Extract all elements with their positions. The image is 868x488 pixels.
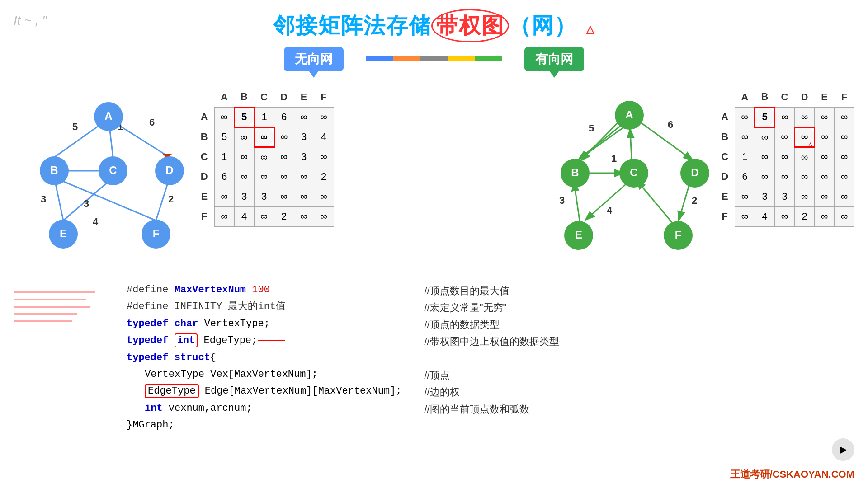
matrix-cell: ∞	[795, 107, 815, 127]
comment-9	[425, 418, 559, 434]
matrix-cell: 1	[214, 147, 234, 167]
svg-text:E: E	[575, 229, 582, 241]
matrix-cell: ∞	[234, 167, 254, 187]
table-row: B 5 ∞ ∞ ∞ 3 4	[194, 127, 334, 147]
undirected-graph-svg: 5 1 6 3 3 2 4 A B C D E F	[14, 83, 190, 272]
matrix-cell: 3	[755, 187, 775, 206]
matrix-cell: ∞	[835, 187, 854, 206]
play-button[interactable]: ▶	[832, 438, 854, 461]
title-highlight: 带权图	[431, 9, 509, 42]
title-suffix: （网）	[509, 14, 577, 38]
matrix-cell: 5	[214, 127, 234, 147]
svg-text:D: D	[165, 164, 173, 176]
matrix-cell: ∞	[274, 187, 294, 206]
matrix-cell: ∞	[294, 107, 314, 127]
matrix-cell: ∞	[815, 107, 835, 127]
svg-text:D: D	[691, 166, 698, 178]
svg-text:2: 2	[692, 195, 697, 206]
matrix-cell: ∞	[835, 107, 854, 127]
matrix-cell-circled: 5	[755, 107, 775, 127]
matrix-cell: ∞	[314, 107, 334, 127]
matrix-cell: ∞	[795, 187, 815, 206]
matrix-cell: 4	[755, 206, 775, 226]
color-bar-green	[475, 56, 502, 61]
comment-2: //宏定义常量"无穷"	[425, 299, 559, 316]
table-row: C 1 ∞ ∞ ∞ 3 ∞	[194, 147, 334, 167]
comment-6: //顶点	[425, 367, 559, 384]
matrix-cell: 3	[294, 147, 314, 167]
matrix-cell: 2	[274, 206, 294, 226]
matrix-cell: ∞	[775, 147, 795, 167]
matrix-cell: ∞	[314, 147, 334, 167]
matrix-cell: ∞	[775, 206, 795, 226]
matrix-cell: ∞	[214, 107, 234, 127]
comment-1: //顶点数目的最大值	[425, 282, 559, 299]
code-line-6: VertexType Vex[MaxVertexNum];	[127, 366, 402, 383]
matrix-cell: ∞	[314, 187, 334, 206]
undirected-matrix-container: A B C D E F A ∞ 5 1 6 ∞ ∞ B 5 ∞ ∞ ∞	[194, 87, 334, 272]
matrix-cell-circled: ∞	[254, 127, 274, 147]
svg-line-31	[641, 122, 692, 160]
matrix-cell: ∞	[755, 147, 775, 167]
code-comments: //顶点数目的最大值 //宏定义常量"无穷" //顶点的数据类型 //带权图中边…	[425, 282, 559, 435]
play-icon: ▶	[840, 444, 847, 455]
matrix-cell-circled: 5	[234, 107, 254, 127]
svg-text:3: 3	[559, 195, 565, 206]
table-row: B ∞ ∞ ∞ ∞△ ∞ ∞	[715, 127, 854, 147]
arrow-icon: △	[586, 23, 595, 36]
comment-5	[425, 350, 559, 367]
svg-text:3: 3	[84, 198, 89, 209]
page-title: 邻接矩阵法存储带权图（网） △	[0, 9, 868, 42]
svg-line-29	[580, 122, 625, 159]
svg-line-33	[630, 130, 632, 159]
matrix-cell: ∞	[795, 147, 815, 167]
dmatrix-col-C: C	[775, 87, 795, 107]
matrix-col-B: B	[234, 87, 254, 107]
matrix-cell: 2	[795, 206, 815, 226]
svg-text:6: 6	[668, 119, 673, 130]
matrix-cell: 6	[274, 107, 294, 127]
code-line-5: typedef struct{	[127, 349, 402, 366]
table-row: E ∞ 3 3 ∞ ∞ ∞	[715, 187, 854, 206]
matrix-cell: ∞	[254, 167, 274, 187]
svg-text:5: 5	[72, 121, 78, 132]
matrix-cell: ∞	[835, 147, 854, 167]
matrix-cell: ∞	[795, 167, 815, 187]
comment-3: //顶点的数据类型	[425, 316, 559, 333]
color-bar-yellow	[448, 56, 475, 61]
svg-text:C: C	[109, 164, 117, 176]
color-bar-blue	[366, 56, 393, 61]
code-line-4: typedef int EdgeType;	[127, 332, 402, 349]
matrix-cell: 3	[294, 127, 314, 147]
code-line-1: #define MaxVertexNum 100	[127, 282, 402, 298]
matrix-cell: 2	[314, 167, 334, 187]
bottom-watermark: 王道考研/CSKAOYAN.COM	[730, 468, 854, 481]
matrix-cell: ∞	[234, 127, 254, 147]
table-row: E ∞ 3 3 ∞ ∞ ∞	[194, 187, 334, 206]
matrix-col-E: E	[294, 87, 314, 107]
matrix-cell: ∞	[775, 167, 795, 187]
comment-7: //边的权	[425, 384, 559, 400]
dmatrix-col-B: B	[755, 87, 775, 107]
svg-text:C: C	[630, 166, 637, 178]
matrix-cell: ∞	[735, 187, 755, 206]
code-block: #define MaxVertexNum 100 #define INFINIT…	[127, 282, 402, 435]
matrix-cell: 3	[775, 187, 795, 206]
color-bar-gray	[420, 56, 448, 61]
matrix-cell: ∞	[274, 127, 294, 147]
dmatrix-col-D: D	[795, 87, 815, 107]
matrix-cell: 4	[314, 127, 334, 147]
dmatrix-col-A: A	[735, 87, 755, 107]
table-row: D 6 ∞ ∞ ∞ ∞ ∞	[715, 167, 854, 187]
matrix-cell: 4	[234, 206, 254, 226]
matrix-cell: ∞	[234, 147, 254, 167]
matrix-cell: ∞	[835, 167, 854, 187]
matrix-cell: ∞	[775, 107, 795, 127]
table-row: F ∞ 4 ∞ 2 ∞ ∞	[194, 206, 334, 226]
matrix-col-D: D	[274, 87, 294, 107]
matrix-cell: ∞	[294, 206, 314, 226]
matrix-cell: ∞	[815, 206, 835, 226]
svg-text:5: 5	[589, 122, 594, 134]
svg-text:4: 4	[93, 216, 99, 227]
directed-matrix: A B C D E F A ∞ 5 ∞ ∞ ∞ ∞ B ∞ ∞ ∞ ∞△	[715, 87, 855, 227]
